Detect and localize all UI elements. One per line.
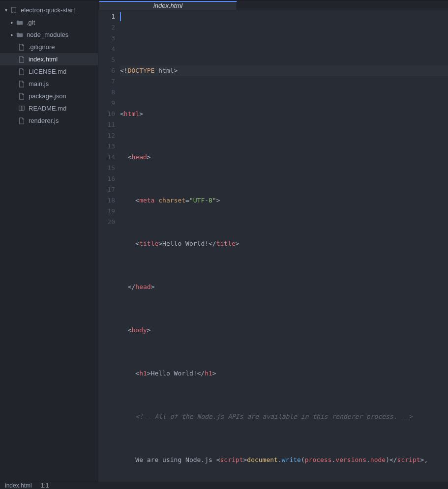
tree-item-label: .git — [27, 19, 35, 26]
tree-item-label: .gitignore — [29, 43, 55, 51]
code-line: </head> — [120, 282, 448, 292]
folder-icon — [16, 19, 24, 27]
tree-file-renderer-js[interactable]: renderer.js — [0, 115, 98, 127]
tree-item-label: main.js — [29, 80, 49, 87]
line-number: 4 — [98, 44, 115, 55]
tree-file-index-html[interactable]: index.html — [0, 53, 98, 65]
line-number: 1 — [98, 11, 115, 22]
line-number: 11 — [98, 119, 115, 130]
line-number: 13 — [98, 141, 115, 152]
tree-item-label: package.json — [29, 92, 66, 100]
file-icon — [18, 68, 26, 76]
code-line: <!DOCTYPE html> — [120, 65, 448, 76]
status-bar: index.html 1:1 — [0, 482, 448, 489]
code-line: <h1>Hello World!</h1> — [120, 368, 448, 379]
repo-icon — [10, 6, 18, 14]
tab-title: index.html — [153, 2, 182, 9]
tree-file-main-js[interactable]: main.js — [0, 78, 98, 90]
file-icon — [18, 80, 26, 88]
code-content[interactable]: <!DOCTYPE html> <html> <head> <meta char… — [120, 10, 448, 482]
tree-item-label: renderer.js — [29, 117, 59, 124]
code-line: <!-- All of the Node.js APIs are availab… — [120, 411, 448, 422]
code-line: <meta charset="UTF-8"> — [120, 195, 448, 206]
chevron-right-icon: ▸ — [9, 32, 15, 37]
line-number: 9 — [98, 98, 115, 109]
status-cursor-position[interactable]: 1:1 — [41, 482, 49, 489]
code-editor[interactable]: 1234567891011121314151617181920 <!DOCTYP… — [98, 10, 448, 482]
line-number: 15 — [98, 163, 115, 173]
tree-item-label: README.md — [29, 105, 66, 112]
tree-root-label: electron-quick-start — [21, 6, 75, 14]
line-gutter: 1234567891011121314151617181920 — [98, 10, 120, 482]
line-number: 5 — [98, 55, 115, 65]
book-icon — [18, 105, 26, 113]
line-number: 6 — [98, 65, 115, 76]
workspace: ▾ electron-quick-start ▸ .git ▸ node_mod… — [0, 1, 448, 482]
tree-file-gitignore[interactable]: .gitignore — [0, 41, 98, 53]
tree-folder-node-modules[interactable]: ▸ node_modules — [0, 29, 98, 41]
tree-root[interactable]: ▾ electron-quick-start — [0, 4, 98, 16]
tree-folder-git[interactable]: ▸ .git — [0, 16, 98, 29]
line-number: 3 — [98, 33, 115, 44]
tree-file-license-md[interactable]: LICENSE.md — [0, 65, 98, 78]
tree-file-readme-md[interactable]: README.md — [0, 102, 98, 115]
status-filename[interactable]: index.html — [5, 482, 32, 489]
line-number: 19 — [98, 206, 115, 217]
code-line: <html> — [120, 109, 448, 119]
text-cursor — [120, 12, 121, 21]
file-icon — [18, 43, 26, 51]
folder-icon — [16, 31, 24, 39]
file-tree-sidebar: ▾ electron-quick-start ▸ .git ▸ node_mod… — [0, 1, 98, 482]
tree-item-label: LICENSE.md — [29, 68, 66, 75]
line-number: 8 — [98, 87, 115, 98]
tabbar: index.html — [98, 1, 448, 10]
code-line: We are using Node.js <script>document.wr… — [120, 455, 448, 465]
tree-item-label: index.html — [29, 56, 58, 63]
code-line: <body> — [120, 325, 448, 336]
line-number: 20 — [98, 217, 115, 228]
editor-area: index.html 12345678910111213141516171819… — [98, 1, 448, 482]
line-number: 2 — [98, 22, 115, 33]
line-number: 18 — [98, 195, 115, 206]
line-number: 12 — [98, 130, 115, 141]
line-number: 17 — [98, 184, 115, 195]
tab-index-html[interactable]: index.html — [99, 1, 237, 10]
file-icon — [18, 92, 26, 100]
code-line: <title>Hello World!</title> — [120, 238, 448, 249]
line-number: 14 — [98, 152, 115, 163]
line-number: 7 — [98, 76, 115, 87]
code-line: <head> — [120, 152, 448, 163]
tree-file-package-json[interactable]: package.json — [0, 90, 98, 102]
file-icon — [18, 117, 26, 125]
file-icon — [18, 56, 26, 63]
line-number: 16 — [98, 173, 115, 184]
tree-item-label: node_modules — [27, 31, 68, 38]
chevron-down-icon: ▾ — [3, 7, 9, 13]
chevron-right-icon: ▸ — [9, 20, 15, 25]
line-number: 10 — [98, 109, 115, 119]
